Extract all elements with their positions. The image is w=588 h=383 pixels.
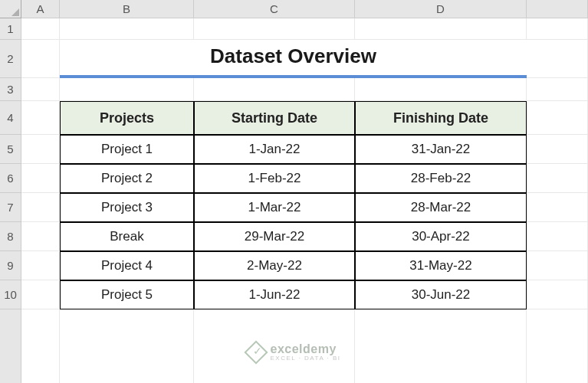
row-header-9[interactable]: 9	[0, 251, 21, 280]
table-row[interactable]: 2-May-22	[194, 251, 355, 280]
table-header-starting[interactable]: Starting Date	[194, 101, 355, 135]
table-row[interactable]: Project 2	[60, 164, 194, 193]
watermark-sub: EXCEL · DATA · BI	[270, 355, 340, 362]
row-header-7[interactable]: 7	[0, 193, 21, 222]
cell[interactable]	[60, 78, 194, 101]
row-header-5[interactable]: 5	[0, 135, 21, 164]
table-row[interactable]: 28-Feb-22	[355, 164, 527, 193]
table-header-finishing[interactable]: Finishing Date	[355, 101, 527, 135]
cell[interactable]	[527, 40, 588, 78]
cell[interactable]	[527, 222, 588, 251]
cell[interactable]	[21, 251, 60, 280]
table-row[interactable]: Break	[60, 222, 194, 251]
cell[interactable]	[527, 135, 588, 164]
watermark: exceldemy EXCEL · DATA · BI	[247, 343, 340, 362]
select-all-corner[interactable]	[0, 0, 21, 18]
col-header-C[interactable]: C	[194, 0, 355, 18]
dataset-title[interactable]: Dataset Overview	[60, 40, 527, 78]
cell[interactable]	[21, 222, 60, 251]
table-row[interactable]: 31-May-22	[355, 251, 527, 280]
row-header-4[interactable]: 4	[0, 101, 21, 135]
col-header-A[interactable]: A	[21, 0, 60, 18]
cell[interactable]	[60, 18, 194, 40]
col-header-B[interactable]: B	[60, 0, 194, 18]
exceldemy-logo-icon	[244, 340, 268, 364]
table-row[interactable]: 1-Feb-22	[194, 164, 355, 193]
row-header-3[interactable]: 3	[0, 78, 21, 101]
cell[interactable]	[21, 135, 60, 164]
cell[interactable]	[527, 18, 588, 40]
watermark-main: exceldemy	[270, 343, 340, 355]
cell[interactable]	[21, 193, 60, 222]
table-row[interactable]: 30-Jun-22	[355, 280, 527, 309]
col-header-D[interactable]: D	[355, 0, 527, 18]
table-row[interactable]: Project 3	[60, 193, 194, 222]
table-row[interactable]: Project 4	[60, 251, 194, 280]
table-header-projects[interactable]: Projects	[60, 101, 194, 135]
table-row[interactable]: 1-Mar-22	[194, 193, 355, 222]
cell[interactable]	[194, 78, 355, 101]
cell[interactable]	[355, 309, 527, 383]
table-row[interactable]: Project 5	[60, 280, 194, 309]
cell[interactable]	[355, 78, 527, 101]
row-header-10[interactable]: 10	[0, 280, 21, 309]
table-row[interactable]: Project 1	[60, 135, 194, 164]
cell[interactable]	[60, 309, 194, 383]
cell[interactable]	[527, 164, 588, 193]
row-header-8[interactable]: 8	[0, 222, 21, 251]
cell[interactable]	[527, 251, 588, 280]
cell[interactable]	[355, 18, 527, 40]
table-row[interactable]: 29-Mar-22	[194, 222, 355, 251]
cell[interactable]	[21, 40, 60, 78]
table-row[interactable]: 30-Apr-22	[355, 222, 527, 251]
cell[interactable]	[21, 101, 60, 135]
row-header-2[interactable]: 2	[0, 40, 21, 78]
cell[interactable]	[21, 78, 60, 101]
cell[interactable]	[21, 18, 60, 40]
table-row[interactable]: 1-Jun-22	[194, 280, 355, 309]
table-row[interactable]: 31-Jan-22	[355, 135, 527, 164]
cell[interactable]	[194, 18, 355, 40]
cell[interactable]	[527, 280, 588, 309]
table-row[interactable]: 28-Mar-22	[355, 193, 527, 222]
spreadsheet-grid: A B C D 1 2 3 4 5 6 7 8 9 10 Dataset Ove…	[0, 0, 588, 383]
cell[interactable]	[527, 193, 588, 222]
row-header-6[interactable]: 6	[0, 164, 21, 193]
row-header-blank[interactable]	[0, 309, 21, 383]
cell[interactable]	[527, 101, 588, 135]
cell[interactable]	[21, 309, 60, 383]
cell[interactable]	[21, 164, 60, 193]
row-header-1[interactable]: 1	[0, 18, 21, 40]
table-row[interactable]: 1-Jan-22	[194, 135, 355, 164]
col-header-blank[interactable]	[527, 0, 588, 18]
cell[interactable]	[527, 309, 588, 383]
cell[interactable]	[21, 280, 60, 309]
cell[interactable]	[527, 78, 588, 101]
